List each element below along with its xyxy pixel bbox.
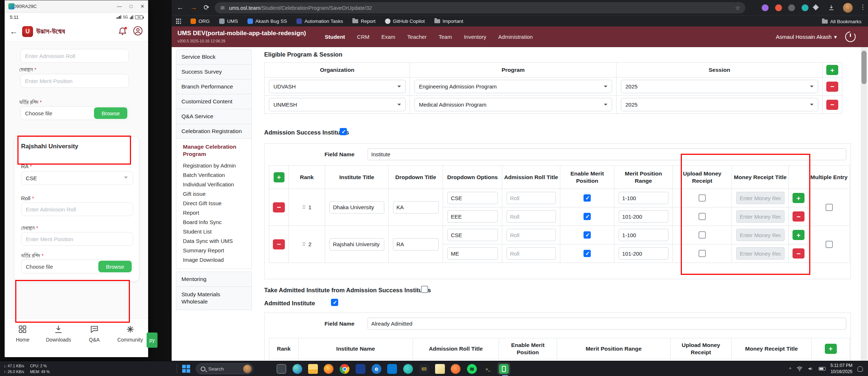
- institute-title-input[interactable]: [329, 201, 384, 214]
- unit-select[interactable]: CSE: [21, 171, 133, 185]
- submenu-registration-by-admin[interactable]: Registration by Admin: [176, 161, 251, 170]
- upload-money-receipt-checkbox[interactable]: [699, 231, 706, 239]
- site-info-icon[interactable]: [220, 5, 225, 11]
- submenu-batch-verification[interactable]: Batch Verification: [176, 170, 251, 179]
- submenu-summary-report[interactable]: Summary Report: [176, 245, 251, 255]
- merit-range-input[interactable]: [619, 247, 668, 260]
- browse-button[interactable]: Browse: [94, 107, 127, 119]
- asi-field-name-input[interactable]: [368, 148, 846, 160]
- submenu-direct-gift-issue[interactable]: Direct Gift Issue: [176, 198, 251, 208]
- taskbar-clock[interactable]: 5:11:07 PM10/16/2025: [831, 363, 852, 375]
- card-merit-input[interactable]: [21, 232, 133, 246]
- extensions-puzzle-icon[interactable]: [812, 4, 819, 11]
- downloads-icon[interactable]: [828, 4, 835, 11]
- asi-checkbox[interactable]: [340, 128, 347, 135]
- taskbar-notes-icon[interactable]: [435, 364, 445, 374]
- close-button[interactable]: ✕: [140, 4, 144, 9]
- nav-inventory[interactable]: Inventory: [464, 34, 486, 40]
- taskbar-firefox-icon[interactable]: [324, 364, 333, 374]
- sidebar-item-branch-performance[interactable]: Branch Performance: [176, 79, 252, 94]
- sidebar-item-study-materials-wholesale[interactable]: Study Materials Wholesale: [176, 286, 252, 310]
- dropdown-option-input[interactable]: [447, 247, 498, 260]
- tray-chevron-icon[interactable]: ^: [789, 366, 791, 372]
- extension-icon-3[interactable]: [788, 4, 795, 11]
- submenu-image-download[interactable]: Image Download: [176, 255, 251, 264]
- remove-program-row-button[interactable]: −: [826, 100, 838, 110]
- back-arrow-icon[interactable]: ←: [10, 27, 18, 36]
- program-select[interactable]: Medical Admission Program: [414, 98, 612, 111]
- remove-option-button[interactable]: −: [793, 248, 804, 259]
- extension-icon-2[interactable]: [775, 4, 782, 11]
- apps-grid-icon[interactable]: [176, 18, 181, 24]
- py-floating-badge[interactable]: py: [147, 332, 157, 348]
- mobile-window-titlebar[interactable]: 24090RA29C — □ ✕: [5, 0, 148, 13]
- browser-back-icon[interactable]: ←: [177, 3, 184, 12]
- session-select[interactable]: 2025: [621, 98, 818, 111]
- admission-roll-input[interactable]: [20, 49, 129, 63]
- browser-forward-icon[interactable]: →: [190, 3, 197, 12]
- institute-title-input[interactable]: [329, 238, 384, 251]
- merit-position-input[interactable]: [20, 74, 129, 88]
- bookmark-ums[interactable]: UMS: [219, 18, 238, 24]
- submenu-data-sync-with-ums[interactable]: Data Sync with UMS: [176, 236, 251, 245]
- nav-administration[interactable]: Administration: [498, 34, 533, 40]
- taskbar-vscode-icon[interactable]: [387, 364, 397, 374]
- dropdown-option-input[interactable]: [447, 210, 498, 223]
- add-option-button[interactable]: +: [793, 193, 804, 203]
- browser-reload-icon[interactable]: ⟳: [204, 3, 209, 12]
- taskbar-chrome-icon[interactable]: [340, 364, 349, 374]
- submenu-student-list[interactable]: Student List: [176, 227, 251, 236]
- bookmark-automation-tasks[interactable]: Automation Tasks: [296, 18, 343, 24]
- ums-app-title[interactable]: UMS DEV(portal-mobile-app-table-redesign…: [177, 30, 306, 37]
- upload-money-receipt-checkbox[interactable]: [699, 194, 706, 202]
- sidebar-item-qa-service[interactable]: Q&A Service: [176, 109, 252, 124]
- bookmark-akash-bug-ss[interactable]: Akash Bug SS: [247, 18, 287, 24]
- take-admitted-checkbox[interactable]: [421, 286, 428, 293]
- notification-center-icon[interactable]: [857, 366, 863, 372]
- add-institute-button[interactable]: +: [274, 172, 284, 182]
- admission-roll-title-input[interactable]: [507, 229, 556, 241]
- profile-icon[interactable]: [133, 26, 143, 37]
- browser-profile-avatar[interactable]: [843, 3, 853, 13]
- submenu-gift-issue[interactable]: Gift issue: [176, 189, 251, 198]
- organization-select[interactable]: UDVASH: [269, 80, 406, 93]
- taskbar-search[interactable]: Search: [196, 363, 253, 374]
- program-select[interactable]: Engineering Admission Program: [414, 80, 612, 93]
- volume-icon[interactable]: [808, 366, 814, 371]
- notification-bell-icon[interactable]: [118, 26, 128, 37]
- nav-teacher[interactable]: Teacher: [407, 34, 426, 40]
- dropdown-title-input[interactable]: [393, 238, 439, 251]
- add-admitted-institute-button[interactable]: +: [825, 344, 837, 354]
- bookmark-org[interactable]: ORG: [191, 18, 210, 24]
- nav-team[interactable]: Team: [439, 34, 452, 40]
- upload-money-receipt-checkbox[interactable]: [699, 213, 706, 220]
- maximize-button[interactable]: □: [130, 4, 132, 9]
- taskbar-monitor-icon[interactable]: [277, 364, 286, 374]
- enable-merit-checkbox[interactable]: [584, 231, 591, 239]
- sidebar-item-mentoring[interactable]: Mentoring: [176, 272, 252, 287]
- dropdown-title-input[interactable]: [393, 201, 439, 214]
- taskbar-explorer-icon[interactable]: [308, 364, 318, 374]
- submenu-individual-verification[interactable]: Individual Verification: [176, 179, 251, 189]
- submenu-manage-celebration-program[interactable]: Manage Celebration Program: [176, 141, 251, 161]
- browser-menu-icon[interactable]: ⋮: [860, 3, 866, 11]
- session-select[interactable]: 2025: [621, 80, 818, 93]
- all-bookmarks-button[interactable]: All Bookmarks: [822, 16, 861, 27]
- admission-roll-title-input[interactable]: [507, 247, 556, 260]
- add-option-button[interactable]: +: [793, 230, 804, 240]
- nav-item-qa[interactable]: Q&A: [77, 319, 112, 357]
- scrollbar-thumb[interactable]: [861, 51, 867, 84]
- remove-option-button[interactable]: −: [793, 211, 804, 222]
- merit-range-input[interactable]: [619, 229, 668, 241]
- enable-merit-checkbox[interactable]: [584, 250, 591, 257]
- taskbar-scrcpy-icon[interactable]: [499, 364, 509, 374]
- admission-roll-title-input[interactable]: [507, 210, 556, 223]
- nav-student[interactable]: Student: [325, 34, 345, 40]
- user-menu[interactable]: Asmaul Hossain Akash▾: [776, 26, 837, 47]
- sidebar-item-success-survey[interactable]: Success Survey: [176, 64, 252, 79]
- dropdown-option-input[interactable]: [447, 229, 498, 241]
- nav-item-community[interactable]: Community: [112, 319, 148, 357]
- remove-institute-button[interactable]: −: [273, 239, 285, 249]
- taskbar-app-blue-icon[interactable]: [356, 364, 365, 374]
- enable-merit-checkbox[interactable]: [584, 213, 591, 220]
